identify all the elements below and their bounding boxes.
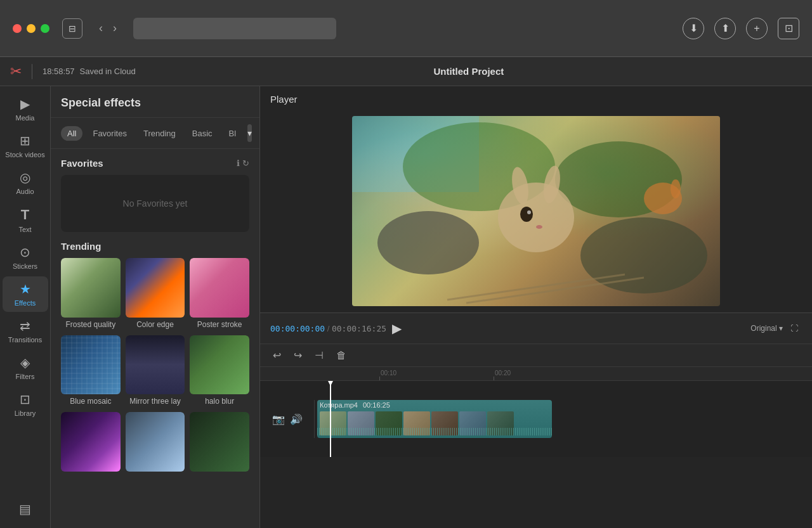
upload-button[interactable]: ⬆ — [714, 18, 736, 39]
close-button[interactable] — [13, 24, 22, 33]
window-button[interactable]: ⊡ — [778, 18, 799, 39]
trending-title: Trending — [61, 241, 101, 252]
sidebar-item-stock-videos[interactable]: ⊞ Stock videos — [3, 128, 48, 164]
sidebar-item-captions[interactable]: ▤ — [3, 496, 48, 522]
effect-thumb-concert — [61, 412, 121, 472]
download-button[interactable]: ⬇ — [683, 18, 704, 39]
sidebar-item-stickers[interactable]: ⊙ Stickers — [3, 240, 48, 275]
sidebar-toggle-button[interactable]: ⊟ — [62, 18, 82, 39]
sidebar-label-filters: Filters — [16, 373, 35, 380]
fullscreen-button[interactable]: ⛶ — [787, 321, 802, 335]
effect-poster-stroke[interactable]: Poster stroke — [190, 258, 249, 330]
tab-bl[interactable]: Bl — [223, 126, 243, 141]
effect-thumb-forest — [190, 412, 249, 472]
effect-label-halo-blur: halo blur — [190, 394, 249, 407]
effect-frosted-quality[interactable]: Frosted quality — [61, 258, 121, 330]
tab-favorites[interactable]: Favorites — [86, 126, 133, 141]
stock-videos-icon: ⊞ — [20, 133, 30, 148]
effect-label-concert — [61, 472, 121, 475]
track-clip-name: Котяра.mp4 — [320, 401, 358, 409]
appbar-cloud-status: Saved in Cloud — [80, 67, 136, 76]
effects-grid: Frosted quality Color edge Poster stroke… — [61, 258, 249, 475]
sidebar-item-text[interactable]: T Text — [3, 202, 48, 238]
svg-point-3 — [377, 211, 479, 274]
track-waveform — [317, 428, 552, 435]
favorites-info-icon[interactable]: ℹ ↻ — [237, 158, 249, 168]
effect-label-frosted-quality: Frosted quality — [61, 318, 121, 330]
effect-concert[interactable] — [61, 412, 121, 475]
svg-point-14 — [671, 179, 681, 198]
delete-button[interactable]: 🗑 — [334, 347, 349, 364]
text-icon: T — [21, 207, 29, 223]
effect-thumb-halo-blur — [190, 335, 249, 395]
player-video-container — [260, 110, 812, 312]
effects-scroll: Favorites ℹ ↻ No Favorites yet Trending … — [51, 149, 259, 528]
search-input[interactable] — [133, 18, 336, 39]
effect-label-mirror-three-lay: Mirror three lay — [126, 394, 185, 407]
back-button[interactable]: ‹ — [95, 19, 107, 37]
player-area: Player — [260, 86, 812, 528]
project-title: Untitled Project — [136, 66, 802, 77]
sidebar-item-transitions[interactable]: ⇄ Transitions — [3, 313, 48, 349]
time-separator: / — [325, 324, 332, 333]
video-placeholder — [352, 116, 720, 306]
timeline-ruler: 00:10 00:20 — [260, 367, 812, 381]
svg-line-11 — [447, 274, 625, 300]
redo-button[interactable]: ↪ — [291, 347, 304, 364]
undo-button[interactable]: ↩ — [270, 347, 284, 364]
favorites-title: Favorites — [61, 158, 103, 169]
appbar: ✂ 18:58:57 Saved in Cloud Untitled Proje… — [0, 57, 812, 86]
effects-icon: ★ — [20, 281, 31, 297]
ruler-label-10: 00:10 — [381, 370, 396, 377]
sidebar-label-audio: Audio — [16, 188, 34, 195]
stickers-icon: ⊙ — [20, 245, 30, 260]
trending-section-header: Trending — [61, 241, 249, 252]
appbar-divider — [32, 64, 32, 79]
sidebar-label-library: Library — [15, 409, 36, 417]
sidebar-item-effects[interactable]: ★ Effects — [3, 276, 48, 312]
timeline-track[interactable]: Котяра.mp4 00:16:25 — [317, 400, 802, 438]
player-header: Player — [260, 86, 812, 110]
sidebar-item-audio[interactable]: ◎ Audio — [3, 165, 48, 200]
sidebar-item-library[interactable]: ⊡ Library — [3, 387, 48, 422]
sidebar-item-media[interactable]: ▶ Media — [3, 91, 48, 127]
add-button[interactable]: + — [746, 18, 768, 39]
split-button[interactable]: ⊣ — [312, 347, 326, 364]
effect-forest[interactable] — [190, 412, 249, 475]
minimize-button[interactable] — [27, 24, 36, 33]
effect-thumb-blue-mosaic — [61, 335, 121, 395]
effects-panel: Special effects All Favorites Trending B… — [51, 86, 260, 528]
tab-basic[interactable]: Basic — [186, 126, 219, 141]
effect-snow[interactable] — [126, 412, 185, 475]
filters-icon: ◈ — [20, 355, 30, 370]
play-button[interactable]: ▶ — [386, 318, 407, 338]
sidebar-item-filters[interactable]: ◈ Filters — [3, 350, 48, 385]
effect-color-edge[interactable]: Color edge — [126, 258, 185, 330]
sidebar-label-effects: Effects — [15, 299, 36, 307]
tab-trending[interactable]: Trending — [137, 126, 182, 141]
effect-label-color-edge: Color edge — [126, 318, 185, 330]
maximize-button[interactable] — [41, 24, 49, 33]
timeline-scrubber[interactable] — [330, 381, 331, 457]
library-icon: ⊡ — [20, 392, 30, 407]
effect-label-poster-stroke: Poster stroke — [190, 318, 249, 330]
view-mode-button[interactable]: Original ▾ — [747, 321, 787, 335]
tab-more-button[interactable]: ▾ — [247, 124, 252, 142]
tab-all[interactable]: All — [61, 126, 82, 141]
sidebar-label-text: Text — [18, 226, 31, 233]
player-video — [352, 116, 720, 306]
titlebar-controls: ⊟ — [62, 18, 82, 39]
svg-point-5 — [498, 183, 574, 252]
track-clip: Котяра.mp4 00:16:25 — [317, 400, 552, 438]
captions-icon: ▤ — [19, 501, 31, 517]
timeline-sidebar-icons: 📷 🔊 — [260, 400, 315, 438]
effects-panel-title: Special effects — [51, 86, 259, 118]
effect-blue-mosaic[interactable]: Blue mosaic — [61, 335, 121, 408]
effect-mirror-three-lay[interactable]: Mirror three lay — [126, 335, 185, 408]
media-icon: ▶ — [20, 96, 30, 112]
favorites-empty: No Favorites yet — [61, 175, 249, 232]
forward-button[interactable]: › — [109, 19, 121, 37]
effect-halo-blur[interactable]: halo blur — [190, 335, 249, 408]
traffic-lights — [13, 24, 49, 33]
appbar-time: 18:58:57 — [43, 67, 75, 76]
